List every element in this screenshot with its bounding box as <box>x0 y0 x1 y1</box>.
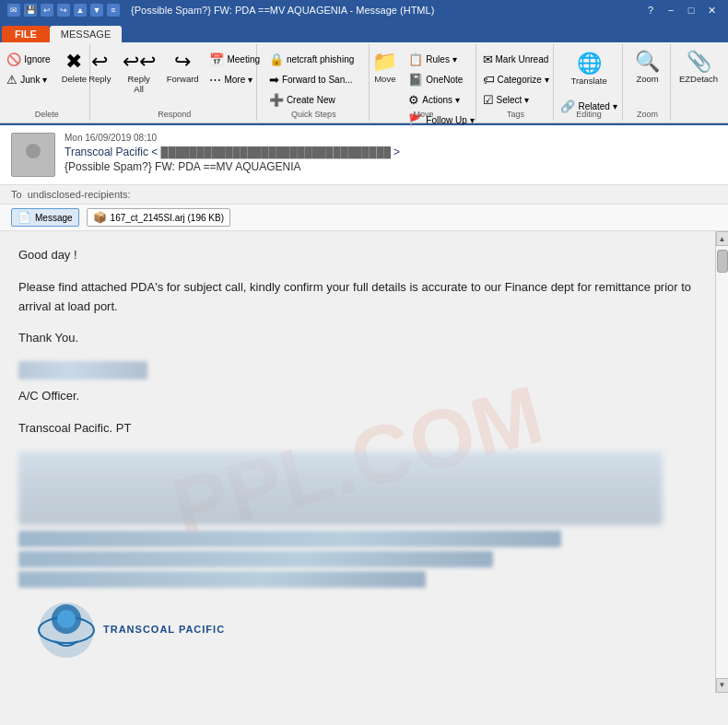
more-button[interactable]: ⋯ More ▾ <box>205 70 264 89</box>
onenote-button[interactable]: 📓 OneNote <box>404 70 478 89</box>
meeting-more-col: 📅 Meeting ⋯ More ▾ <box>205 48 264 89</box>
move-button[interactable]: 📁 Move <box>368 48 402 111</box>
svg-point-0 <box>26 144 41 158</box>
delete-icon: ✖ <box>65 52 82 72</box>
window-controls: ? − □ ✕ <box>641 2 721 18</box>
netcraft-icon: 🔒 <box>269 53 284 66</box>
title-bar: ✉ 💾 ↩ ↪ ▲ ▼ ≡ {Possible Spam?} FW: PDA =… <box>0 0 728 20</box>
body-paragraph: Please find attached PDA's for subject c… <box>18 278 697 317</box>
onenote-icon: 📓 <box>408 73 423 87</box>
reply-all-button[interactable]: ↩↩ Reply All <box>117 48 160 111</box>
forward-san-button[interactable]: ➡ Forward to San... <box>264 70 363 89</box>
zoom-group-label: Zoom <box>625 110 670 119</box>
tab-message[interactable]: MESSAGE <box>50 26 122 42</box>
attachment-file[interactable]: 📦 167_ct_2145SI.arj (196 KB) <box>87 208 230 227</box>
email-to: To undisclosed-recipients: <box>0 185 728 205</box>
attachment-bar: 📄 Message 📦 167_ct_2145SI.arj (196 KB) <box>0 205 728 231</box>
move-group-label: Move <box>371 110 476 119</box>
junk-icon: ⚠ <box>6 73 18 87</box>
rules-icon: 📋 <box>408 53 423 66</box>
actions-icon: ⚙ <box>408 93 419 107</box>
email-from: Transcoal Pacific < ████████████████████… <box>65 146 717 158</box>
maximize-button[interactable]: □ <box>682 2 700 18</box>
up-icon[interactable]: ▲ <box>74 4 87 17</box>
email-address: ████████████████████████████████ <box>161 146 393 158</box>
email-date: Mon 16/09/2019 08:10 <box>65 133 717 143</box>
message-icon: 📄 <box>18 211 31 224</box>
delete-group-label: Delete <box>4 110 89 119</box>
scroll-up-button[interactable]: ▲ <box>716 231 729 246</box>
svg-point-1 <box>20 158 46 170</box>
forward-icon: ↪ <box>174 52 191 72</box>
right-scrollbar[interactable]: ▲ ▼ <box>715 231 728 693</box>
minimize-button[interactable]: − <box>662 2 680 18</box>
reply-button[interactable]: ↩ Reply <box>84 48 115 111</box>
forward-san-icon: ➡ <box>269 73 279 87</box>
scroll-down-button[interactable]: ▼ <box>716 678 729 693</box>
close-button[interactable]: ✕ <box>702 2 721 18</box>
quicksteps-col: 🔒 netcraft phishing ➡ Forward to San... … <box>264 48 363 110</box>
help-button[interactable]: ? <box>641 2 660 18</box>
ribbon-group-zoom: 🔍 Zoom Zoom <box>625 44 671 121</box>
rules-button[interactable]: 📋 Rules ▾ <box>404 50 478 69</box>
create-new-button[interactable]: ➕ Create New <box>264 90 363 110</box>
junk-button[interactable]: ⚠ Junk ▾ <box>2 70 54 89</box>
redo-icon[interactable]: ↪ <box>57 4 70 17</box>
forward-button[interactable]: ↪ Forward <box>162 48 204 111</box>
email-header: Mon 16/09/2019 08:10 Transcoal Pacific <… <box>0 125 728 185</box>
attachment-message[interactable]: 📄 Message <box>11 208 79 227</box>
ezdetach-icon: 📎 <box>687 52 711 72</box>
scroll-thumb[interactable] <box>717 250 728 273</box>
ribbon-group-delete: 🚫 Ignore ⚠ Junk ▾ ✖ Delete Delete <box>4 44 90 121</box>
ignore-button[interactable]: 🚫 Ignore <box>2 50 54 69</box>
logo-text: TRANSCOAL PACIFIC <box>103 622 225 638</box>
actions-button[interactable]: ⚙ Actions ▾ <box>404 90 478 110</box>
footer-text-1 <box>18 531 561 547</box>
company-name: Transcoal Pacific. PT <box>18 419 697 439</box>
more-icon: ⋯ <box>209 73 221 87</box>
select-icon: ☑ <box>483 93 494 107</box>
window-title: {Possible Spam?} FW: PDA ==MV AQUAGENIA … <box>131 5 434 16</box>
tab-file[interactable]: FILE <box>2 26 50 42</box>
ezdetach-button[interactable]: 📎 EZDetach <box>675 48 722 111</box>
footer-text-3 <box>18 571 426 588</box>
app-icon: ✉ <box>7 4 20 17</box>
file-icon: 📦 <box>93 211 107 224</box>
reply-all-icon: ↩↩ <box>123 52 156 72</box>
translate-button[interactable]: 🌐 Translate <box>556 50 621 96</box>
email-body-scroll: PPL.COM Good day ! Please find attached … <box>0 231 715 693</box>
meeting-button[interactable]: 📅 Meeting <box>205 50 264 69</box>
reply-icon: ↩ <box>91 52 108 72</box>
ribbon-group-ezdetach: 📎 EZDetach <box>673 44 724 121</box>
quicksteps-group-label: Quick Steps <box>259 110 369 119</box>
netcraft-button[interactable]: 🔒 netcraft phishing <box>264 50 363 69</box>
ribbon: 🚫 Ignore ⚠ Junk ▾ ✖ Delete Delete ↩ Repl… <box>0 42 728 123</box>
undo-icon[interactable]: ↩ <box>41 4 53 17</box>
tags-group-label: Tags <box>478 110 553 119</box>
respond-group-label: Respond <box>92 110 255 119</box>
zoom-icon: 🔍 <box>635 52 660 72</box>
ribbon-group-tags: ✉ Mark Unread 🏷 Categorize ▾ ☑ Select ▾ … <box>478 44 554 121</box>
zoom-button[interactable]: 🔍 Zoom <box>630 48 664 111</box>
email-body: Good day ! Please find attached PDA's fo… <box>0 231 715 693</box>
footer-text-2 <box>18 551 493 567</box>
translate-icon: 🌐 <box>577 53 602 74</box>
save-icon[interactable]: 💾 <box>24 4 37 17</box>
svg-point-5 <box>57 610 76 628</box>
menu-icon[interactable]: ≡ <box>107 4 120 17</box>
logo-area: TRANSCOAL PACIFIC <box>18 591 697 678</box>
tab-bar: FILE MESSAGE <box>0 20 728 42</box>
footer-image-block <box>18 451 663 525</box>
ribbon-group-respond: ↩ Reply ↩↩ Reply All ↪ Forward 📅 Meeting… <box>92 44 256 121</box>
scroll-track[interactable] <box>716 246 729 678</box>
email-subject: {Possible Spam?} FW: PDA ==MV AQUAGENIA <box>65 160 717 173</box>
ribbon-group-move: 📁 Move 📋 Rules ▾ 📓 OneNote ⚙ Actions ▾ 🚩 <box>371 44 476 121</box>
categorize-button[interactable]: 🏷 Categorize ▾ <box>478 70 554 89</box>
logo-graphic <box>37 601 96 660</box>
move-icon: 📁 <box>372 52 397 72</box>
down-icon[interactable]: ▼ <box>90 4 103 17</box>
mark-unread-button[interactable]: ✉ Mark Unread <box>478 50 554 69</box>
select-button[interactable]: ☑ Select ▾ <box>478 90 554 110</box>
thanks: Thank You. <box>18 329 697 348</box>
blurred-name <box>18 361 147 380</box>
